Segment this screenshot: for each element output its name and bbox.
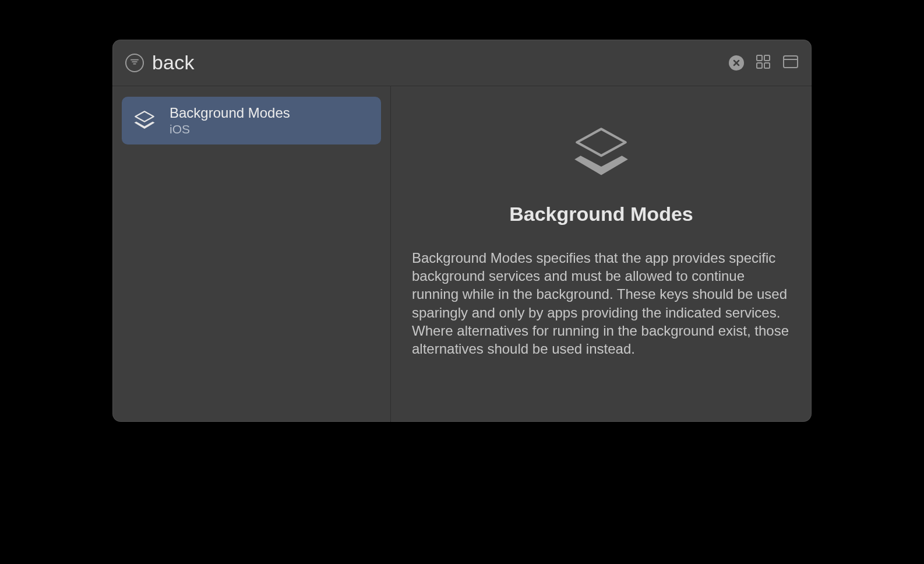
result-item-text: Background Modes iOS [170,105,290,136]
result-item-title: Background Modes [170,105,290,121]
detail-title: Background Modes [509,203,693,225]
search-input[interactable] [152,51,721,74]
content: Background Modes iOS Background Modes Ba… [112,86,812,422]
panel-icon [782,55,799,71]
svg-rect-7 [757,63,762,68]
detail-panel: Background Modes Background Modes specif… [391,86,812,422]
results-sidebar: Background Modes iOS [112,86,391,422]
svg-rect-9 [784,56,798,68]
svg-rect-5 [757,55,762,61]
detail-layers-icon [569,121,633,185]
clear-search-button[interactable] [729,55,744,70]
grid-icon [756,54,771,72]
svg-rect-8 [764,63,770,68]
panel-view-button[interactable] [782,55,799,71]
result-item-subtitle: iOS [170,122,290,136]
grid-view-button[interactable] [756,54,771,72]
header-actions [729,54,799,72]
header [112,40,812,86]
layers-icon [132,108,157,133]
filter-button[interactable] [125,54,144,72]
capabilities-window: Background Modes iOS Background Modes Ba… [112,40,812,422]
detail-description: Background Modes specifies that the app … [412,249,791,358]
svg-rect-6 [764,55,770,61]
filter-icon [131,58,139,68]
close-circle-icon [729,55,744,70]
result-item-background-modes[interactable]: Background Modes iOS [122,97,381,144]
